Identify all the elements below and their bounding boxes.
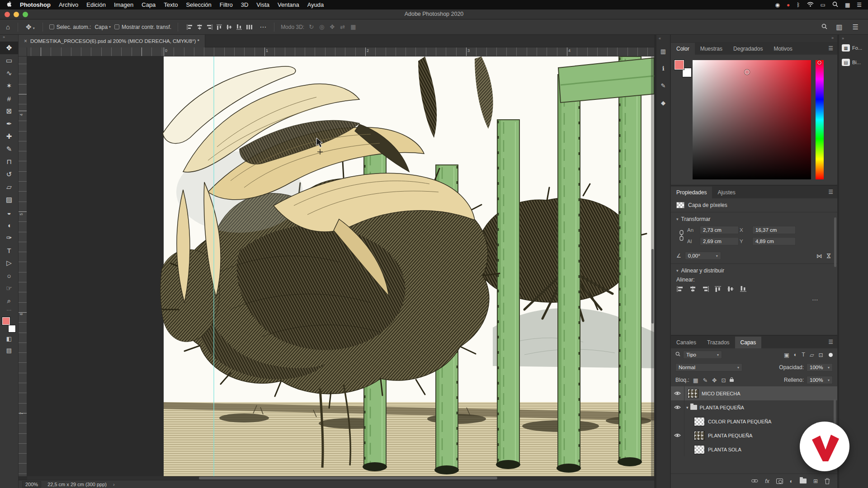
lock-position-icon[interactable]: ✥ xyxy=(711,377,717,384)
pen-tool[interactable]: ✑ xyxy=(0,231,19,244)
menu-icon[interactable]: ☰ xyxy=(857,2,862,8)
info-panel-icon[interactable]: ℹ xyxy=(656,61,670,75)
filter-adjustment-icon[interactable]: ◐ xyxy=(793,352,798,358)
align-section-header[interactable]: ▾ Alinear y distribuir xyxy=(671,264,837,276)
bluetooth-icon[interactable]: ᛒ xyxy=(797,2,800,8)
menu-ayuda[interactable]: Ayuda xyxy=(307,1,324,8)
layer-name[interactable]: COLOR PLANTA PEQUEÑA xyxy=(708,419,771,424)
hamburger-icon[interactable]: ☰ xyxy=(851,23,860,31)
align-center-h-icon[interactable] xyxy=(196,24,203,30)
lock-artboard-icon[interactable]: ⊡ xyxy=(720,377,726,384)
align-left-icon[interactable] xyxy=(676,286,684,292)
spotlight-icon[interactable] xyxy=(832,1,838,9)
scale-3d-icon[interactable]: ▦ xyxy=(349,23,357,30)
align-middle-v-icon[interactable] xyxy=(727,286,735,292)
more-options-icon[interactable]: ⋯ xyxy=(258,23,268,31)
fill-field[interactable]: 100%▾ xyxy=(807,376,833,384)
roll-3d-icon[interactable]: ◎ xyxy=(318,23,325,30)
color-swatch-pair[interactable] xyxy=(675,60,693,78)
more-options-icon[interactable]: ⋯ xyxy=(671,294,837,303)
color-swatches[interactable] xyxy=(2,317,16,333)
checkbox-box[interactable] xyxy=(114,24,119,29)
link-dimensions-icon[interactable] xyxy=(676,230,686,242)
tab-ajustes[interactable]: Ajustes xyxy=(712,187,741,198)
background-color-swatch[interactable] xyxy=(8,325,16,333)
visibility-toggle[interactable] xyxy=(671,386,684,400)
transform-section-header[interactable]: ▾ Transformar xyxy=(671,212,837,224)
layer-thumbnail[interactable] xyxy=(688,389,698,398)
wifi-icon[interactable] xyxy=(807,2,814,8)
clone-stamp-tool[interactable]: ⊓ xyxy=(0,155,19,168)
menu-archivo[interactable]: Archivo xyxy=(59,1,78,8)
auto-select-checkbox[interactable]: Selec. autom.: xyxy=(49,24,91,30)
orbit-3d-icon[interactable]: ↻ xyxy=(308,23,315,30)
menu-3d[interactable]: 3D xyxy=(241,1,249,8)
show-transform-checkbox[interactable]: Mostrar contr. transf. xyxy=(114,24,171,30)
menu-edicion[interactable]: Edición xyxy=(86,1,106,8)
layer-name[interactable]: PLANTA PEQUEÑA xyxy=(700,405,744,410)
color-cursor[interactable] xyxy=(745,70,750,75)
marquee-tool[interactable]: ▭ xyxy=(0,54,19,67)
menu-filtro[interactable]: Filtro xyxy=(220,1,233,8)
blend-mode-dropdown[interactable]: Normal▾ xyxy=(675,363,742,371)
height-field[interactable]: 2,69 cm xyxy=(700,237,739,245)
frame-tool[interactable]: ⊠ xyxy=(0,105,19,117)
align-top-icon[interactable] xyxy=(714,286,722,292)
filter-shape-icon[interactable]: ▱ xyxy=(809,352,815,358)
lock-pixels-icon[interactable]: ✎ xyxy=(702,377,708,384)
ruler-top[interactable]: 0 1 2 3 4 xyxy=(27,47,654,56)
screen-mode-icon[interactable]: ▤ xyxy=(0,344,19,356)
path-selection-tool[interactable]: ▷ xyxy=(0,257,19,269)
canvas-vertical-scrollbar[interactable] xyxy=(651,56,654,476)
y-field[interactable]: 4,89 cm xyxy=(752,237,796,245)
search-icon[interactable] xyxy=(821,23,827,31)
layer-name[interactable]: MICO DERECHA xyxy=(702,391,741,396)
canvas-horizontal-scrollbar[interactable] xyxy=(27,476,654,480)
lock-transparency-icon[interactable]: ▦ xyxy=(692,377,699,384)
flip-vertical-icon[interactable]: ⋈ xyxy=(826,253,832,259)
filter-type-dropdown[interactable]: Tipo▾ xyxy=(683,351,722,359)
home-icon[interactable]: ⌂ xyxy=(5,23,11,31)
layer-thumbnail[interactable] xyxy=(694,445,705,454)
move-tool[interactable]: ✥ xyxy=(0,42,19,54)
visibility-toggle[interactable] xyxy=(671,414,684,428)
control-center-icon[interactable]: ▦ xyxy=(845,2,850,8)
saturation-brightness-field[interactable] xyxy=(693,60,811,179)
tab-muestras[interactable]: Muestras xyxy=(695,43,728,55)
layer-name[interactable]: PLANTA PEQUEÑA xyxy=(708,433,752,438)
blur-tool[interactable]: ◒ xyxy=(0,206,19,219)
scrollbar-thumb[interactable] xyxy=(651,249,654,324)
align-right-icon[interactable] xyxy=(206,24,213,30)
lasso-tool[interactable]: ∿ xyxy=(0,67,19,80)
align-center-h-icon[interactable] xyxy=(689,286,697,292)
panel-menu-icon[interactable]: ☰ xyxy=(828,189,834,195)
learn-panel-icon[interactable]: ◆ xyxy=(656,96,670,109)
visibility-toggle[interactable] xyxy=(671,428,684,442)
rotation-field[interactable]: 0,00°▾ xyxy=(685,252,721,260)
panel-menu-icon[interactable]: ☰ xyxy=(828,45,834,52)
layer-mask-icon[interactable] xyxy=(776,479,783,484)
pan-3d-icon[interactable]: ✥ xyxy=(329,23,335,30)
align-top-icon[interactable] xyxy=(216,24,223,30)
menu-capa[interactable]: Capa xyxy=(142,1,156,8)
display-icon[interactable]: ▭ xyxy=(821,2,826,8)
canvas[interactable] xyxy=(27,56,654,476)
foreground-color-swatch[interactable] xyxy=(2,317,10,325)
width-field[interactable]: 2,73 cm xyxy=(700,226,739,234)
dodge-tool[interactable]: ◖ xyxy=(0,219,19,231)
panel-menu-icon[interactable]: ☰ xyxy=(828,339,834,345)
workspace-icon[interactable]: ▥ xyxy=(835,23,844,31)
history-brush-tool[interactable]: ↺ xyxy=(0,168,19,181)
shape-tool[interactable]: ○ xyxy=(0,269,19,282)
expand-panels-icon[interactable]: « xyxy=(656,35,670,41)
layer-thumbnail[interactable] xyxy=(694,417,705,426)
healing-brush-tool[interactable]: ✚ xyxy=(0,130,19,143)
checkbox-box[interactable] xyxy=(49,24,54,29)
current-tool-icon[interactable]: ✥▾ xyxy=(24,23,36,31)
tab-motivos[interactable]: Motivos xyxy=(768,43,797,55)
hand-tool[interactable]: ☞ xyxy=(0,282,19,295)
flip-horizontal-icon[interactable]: ⋈ xyxy=(816,253,822,259)
gradient-tool[interactable]: ▨ xyxy=(0,193,19,206)
disclosure-icon[interactable]: ▾ xyxy=(676,217,679,221)
layer-effects-icon[interactable]: fx xyxy=(765,478,769,484)
